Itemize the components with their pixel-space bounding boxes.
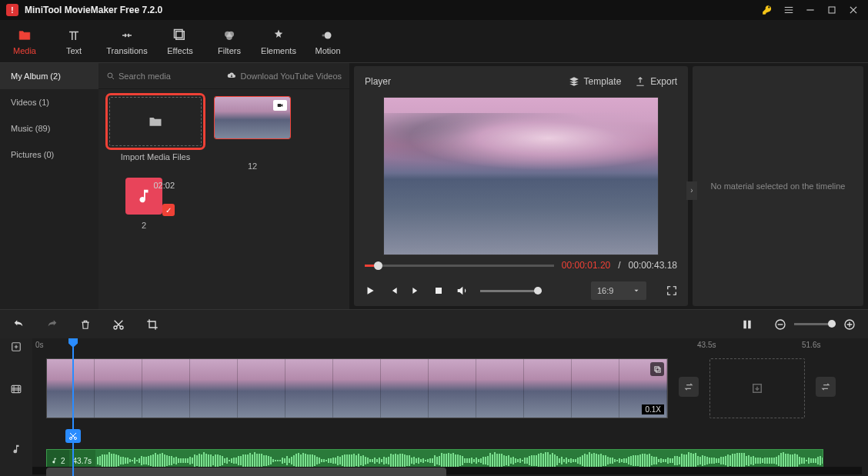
cloud-download-icon (226, 72, 237, 81)
next-frame-button[interactable] (411, 285, 422, 296)
svg-rect-18 (12, 385, 21, 392)
swap-right-button[interactable] (816, 377, 836, 397)
music-note-icon (135, 188, 152, 205)
upload-icon (635, 76, 646, 87)
clip-label: 12 (248, 161, 257, 171)
download-youtube-link[interactable]: Download YouTube Videos (226, 72, 342, 81)
media-thumb-music-2[interactable]: 02:02 ✓ 2 (109, 178, 179, 230)
effects-icon (173, 28, 187, 43)
volume-slider[interactable] (480, 290, 542, 292)
close-button[interactable] (845, 2, 862, 18)
playhead[interactable] (72, 338, 74, 476)
media-thumb-video-12[interactable]: + (215, 97, 290, 138)
player-panel: Player Template Export 00: (354, 66, 688, 306)
module-toolbar: Media Text Transitions Effects Filters E… (0, 20, 868, 63)
seek-bar[interactable] (365, 265, 554, 267)
timeline-video-clip[interactable]: 0.1X (46, 358, 668, 418)
auto-fit-icon[interactable] (742, 318, 753, 331)
redo-button[interactable] (46, 319, 58, 330)
time-total: 00:00:43.18 (629, 260, 677, 271)
properties-panel: › No material selected on the timeline (693, 66, 863, 306)
elements-icon (272, 28, 285, 43)
sidebar-item-videos[interactable]: Videos (1) (0, 89, 98, 115)
timeline-scrollbar[interactable] (32, 467, 862, 474)
export-button[interactable]: Export (635, 76, 677, 87)
sidebar-item-pictures[interactable]: Pictures (0) (0, 141, 98, 168)
collapse-panel-icon[interactable]: › (686, 181, 697, 200)
volume-icon[interactable] (456, 285, 468, 297)
tab-motion[interactable]: Motion (303, 20, 352, 62)
timeline-toolbar (0, 309, 868, 338)
copy-icon (650, 362, 664, 376)
svg-point-5 (226, 34, 232, 40)
sidebar-item-album[interactable]: My Album (2) (0, 63, 98, 89)
search-media[interactable]: Search media (106, 72, 171, 81)
timeline: 0s 43.5s 51.6s 0.1X 2 43.7s (0, 338, 868, 476)
transition-icon (119, 28, 135, 43)
svg-point-6 (325, 32, 332, 38)
cut-button[interactable] (112, 318, 125, 331)
video-track-icon[interactable] (0, 355, 32, 423)
svg-rect-10 (436, 288, 442, 294)
player-title: Player (365, 76, 391, 87)
video-badge-icon (273, 100, 287, 111)
speed-badge: 0.1X (642, 404, 664, 414)
app-title: MiniTool MovieMaker Free 7.2.0 (25, 5, 162, 15)
stop-button[interactable] (434, 286, 443, 295)
scissors-icon (65, 429, 81, 443)
music-duration: 02:02 (153, 181, 175, 190)
svg-rect-13 (743, 320, 746, 328)
zoom-out-button[interactable] (774, 318, 786, 331)
fullscreen-button[interactable] (666, 285, 677, 296)
play-button[interactable] (365, 285, 376, 296)
import-media-dropzone[interactable] (109, 97, 202, 146)
titlebar: ! MiniTool MovieMaker Free 7.2.0 (0, 0, 868, 20)
video-preview[interactable] (383, 97, 659, 255)
undo-button[interactable] (12, 319, 25, 330)
filters-icon (222, 28, 236, 43)
template-button[interactable]: Template (569, 76, 622, 87)
svg-rect-0 (829, 7, 835, 13)
music-label: 2 (142, 221, 146, 230)
tab-filters[interactable]: Filters (205, 20, 254, 62)
add-track-button[interactable] (0, 338, 32, 355)
premium-key-icon[interactable] (759, 2, 776, 18)
prev-frame-button[interactable] (388, 285, 399, 296)
tab-effects[interactable]: Effects (155, 20, 205, 62)
import-label: Import Media Files (121, 152, 190, 161)
tab-media[interactable]: Media (0, 20, 49, 62)
sidebar-item-music[interactable]: Music (89) (0, 115, 98, 141)
svg-rect-14 (748, 320, 751, 328)
app-logo: ! (6, 4, 18, 16)
timeline-ruler[interactable]: 0s 43.5s 51.6s (32, 338, 868, 355)
music-note-icon (51, 457, 58, 464)
time-current: 00:00:01.20 (562, 260, 610, 271)
layers-icon (569, 76, 579, 87)
hamburger-menu-icon[interactable] (780, 2, 797, 18)
media-pane: Search media Download YouTube Videos Imp… (98, 63, 349, 309)
timeline-drop-slot[interactable] (709, 358, 805, 418)
folder-icon (17, 28, 32, 43)
delete-button[interactable] (80, 318, 91, 331)
audio-track-icon[interactable] (0, 423, 32, 475)
minimize-button[interactable] (802, 2, 819, 18)
text-icon (67, 28, 81, 43)
zoom-in-button[interactable] (843, 318, 856, 331)
search-icon (106, 72, 115, 81)
motion-icon (321, 28, 335, 43)
folder-icon (147, 114, 164, 129)
maximize-button[interactable] (823, 2, 840, 18)
svg-rect-20 (654, 366, 659, 371)
aspect-ratio-select[interactable]: 16:9 (591, 281, 646, 300)
media-sidebar: My Album (2) Videos (1) Music (89) Pictu… (0, 63, 98, 309)
svg-point-7 (322, 34, 325, 36)
tab-text[interactable]: Text (49, 20, 98, 62)
chevron-down-icon (633, 287, 640, 295)
zoom-slider[interactable] (794, 323, 836, 325)
swap-left-button[interactable] (679, 377, 699, 397)
tab-elements[interactable]: Elements (254, 20, 303, 62)
svg-rect-9 (278, 104, 282, 107)
tab-transitions[interactable]: Transitions (98, 20, 155, 62)
crop-button[interactable] (146, 318, 159, 331)
check-icon: ✓ (162, 204, 175, 216)
